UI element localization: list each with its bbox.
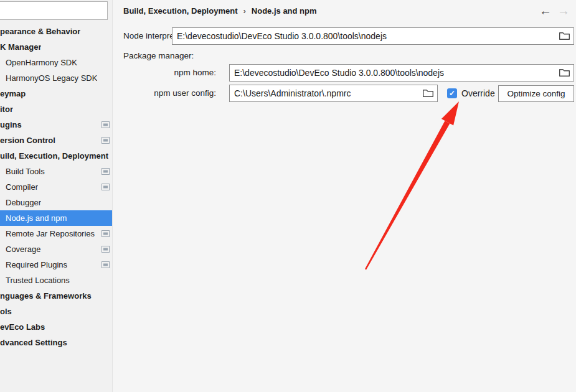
node-interpreter-value: E:\devecostudio\DevEco Studio 3.0.0.800\… — [172, 31, 387, 41]
search-input[interactable] — [0, 1, 108, 20]
override-label: Override — [461, 85, 495, 102]
sidebar-item-advanced-settings[interactable]: dvanced Settings — [0, 335, 113, 350]
sidebar-item-keymap[interactable]: eymap — [0, 86, 113, 101]
sidebar-item-openharmony-sdk[interactable]: OpenHarmony SDK — [0, 55, 113, 70]
npm-home-field[interactable]: E:\devecostudio\DevEco Studio 3.0.0.800\… — [229, 64, 574, 82]
sidebar-item-debugger[interactable]: Debugger — [0, 195, 113, 210]
sidebar-item-sdk-manager[interactable]: K Manager — [0, 39, 113, 55]
sidebar-item-label: Debugger — [0, 198, 41, 207]
sidebar-item-label: Trusted Locations — [0, 276, 70, 285]
screen-icon — [102, 184, 110, 190]
sidebar-item-build-tools[interactable]: Build Tools — [0, 164, 113, 179]
screen-icon — [102, 121, 110, 128]
screen-icon — [102, 230, 110, 237]
sidebar-item-label: K Manager — [0, 42, 41, 52]
forward-arrow-icon[interactable]: → — [557, 4, 570, 17]
back-arrow-icon[interactable]: ← — [539, 4, 552, 17]
sidebar-item-build-execution-deployment[interactable]: uild, Execution, Deployment — [0, 148, 113, 164]
sidebar-item-label: Build Tools — [0, 167, 45, 176]
screen-icon — [102, 261, 110, 268]
settings-tree: pearance & BehaviorK ManagerOpenHarmony … — [0, 24, 113, 350]
sidebar-item-label: dvanced Settings — [0, 338, 67, 347]
breadcrumb-page: Node.js and npm — [252, 6, 317, 16]
screen-icon — [102, 168, 110, 175]
sidebar-item-label: Compiler — [0, 182, 38, 192]
sidebar-item-label: Required Plugins — [0, 260, 67, 269]
sidebar-item-label: ugins — [0, 120, 22, 129]
npm-user-config-value: C:\Users\Administrator\.npmrc — [230, 88, 351, 98]
settings-content: Build, Execution, Deployment›Node.js and… — [113, 0, 576, 392]
folder-browse-icon[interactable] — [559, 31, 570, 41]
override-checkbox[interactable]: ✓ — [447, 88, 457, 98]
sidebar-item-version-control[interactable]: ersion Control — [0, 133, 113, 148]
npm-home-label: npm home: — [113, 64, 216, 82]
screen-icon — [102, 246, 110, 253]
sidebar-item-label: Node.js and npm — [0, 213, 67, 223]
sidebar-item-plugins[interactable]: ugins — [0, 117, 113, 133]
sidebar-item-label: uild, Execution, Deployment — [0, 151, 108, 161]
npm-user-config-field[interactable]: C:\Users\Administrator\.npmrc — [229, 85, 438, 102]
breadcrumb-separator-icon: › — [237, 6, 251, 16]
sidebar-item-required-plugins[interactable]: Required Plugins — [0, 257, 113, 273]
sidebar-item-coverage[interactable]: Coverage — [0, 241, 113, 257]
sidebar-item-appearance-behavior[interactable]: pearance & Behavior — [0, 24, 113, 39]
sidebar-item-nodejs-and-npm[interactable]: Node.js and npm — [0, 210, 113, 226]
sidebar-item-label: evEco Labs — [0, 322, 45, 332]
sidebar-item-deveco-labs[interactable]: evEco Labs — [0, 319, 113, 335]
sidebar-item-label: HarmonyOS Legacy SDK — [0, 73, 97, 83]
sidebar-item-compiler[interactable]: Compiler — [0, 179, 113, 195]
npm-home-value: E:\devecostudio\DevEco Studio 3.0.0.800\… — [230, 68, 444, 78]
npm-user-config-label: npm user config: — [113, 85, 216, 102]
sidebar-item-tools[interactable]: ols — [0, 304, 113, 319]
sidebar-item-label: ersion Control — [0, 136, 55, 145]
sidebar-item-label: pearance & Behavior — [0, 27, 80, 36]
sidebar-item-trusted-locations[interactable]: Trusted Locations — [0, 273, 113, 288]
screen-icon — [102, 137, 110, 144]
settings-dialog: pearance & BehaviorK ManagerOpenHarmony … — [0, 0, 576, 392]
history-nav: ←→ — [539, 0, 570, 22]
sidebar-item-label: itor — [0, 105, 13, 114]
folder-browse-icon[interactable] — [422, 88, 434, 98]
package-manager-label: Package manager: — [123, 50, 194, 62]
optimize-config-button[interactable]: Optimize config — [498, 85, 574, 102]
sidebar-item-label: ols — [0, 307, 12, 316]
node-interpreter-field[interactable]: E:\devecostudio\DevEco Studio 3.0.0.800\… — [172, 27, 574, 45]
sidebar-item-label: nguages & Frameworks — [0, 291, 92, 301]
sidebar-item-languages-frameworks[interactable]: nguages & Frameworks — [0, 288, 113, 304]
breadcrumb-section: Build, Execution, Deployment — [123, 6, 237, 16]
sidebar-item-label: Remote Jar Repositories — [0, 229, 95, 238]
settings-sidebar: pearance & BehaviorK ManagerOpenHarmony … — [0, 0, 113, 392]
sidebar-item-label: eymap — [0, 89, 26, 98]
folder-browse-icon[interactable] — [559, 68, 570, 78]
sidebar-item-label: Coverage — [0, 245, 40, 254]
sidebar-item-remote-jar-repositories[interactable]: Remote Jar Repositories — [0, 226, 113, 241]
sidebar-item-editor[interactable]: itor — [0, 101, 113, 117]
sidebar-item-label: OpenHarmony SDK — [0, 58, 77, 67]
breadcrumb: Build, Execution, Deployment›Node.js and… — [123, 0, 317, 22]
sidebar-item-harmonyos-legacy-sdk[interactable]: HarmonyOS Legacy SDK — [0, 70, 113, 86]
